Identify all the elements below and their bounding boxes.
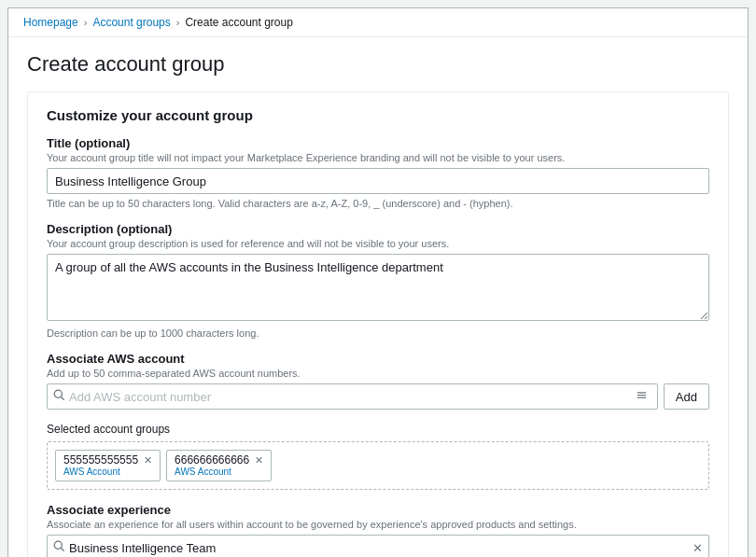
form-card: Customize your account group Title (opti… [27,91,729,557]
svg-rect-4 [637,397,646,398]
svg-line-1 [62,397,64,400]
associate-hint: Add up to 50 comma-separated AWS account… [47,368,709,379]
experience-group: Associate experience Associate an experi… [47,503,709,557]
svg-rect-3 [637,395,646,396]
account-type-2: AWS Account [175,466,263,477]
account-search-wrapper[interactable] [47,383,658,410]
associate-label: Associate AWS account [47,352,709,366]
experience-clear-button[interactable]: ✕ [693,541,703,555]
description-label: Description (optional) [47,222,709,236]
svg-rect-2 [637,392,646,393]
page-wrapper: Homepage › Account groups › Create accou… [0,0,756,557]
card-title: Customize your account group [47,107,709,123]
selected-groups-label: Selected account groups [47,423,709,436]
title-input[interactable] [47,168,709,194]
title-note: Title can be up to 50 characters long. V… [47,198,709,209]
title-group: Title (optional) Your account group titl… [47,136,709,209]
title-hint: Your account group title will not impact… [47,152,709,163]
description-group: Description (optional) Your account grou… [47,222,709,339]
svg-line-6 [62,549,64,551]
search-icon [53,389,65,404]
breadcrumb-homepage[interactable]: Homepage [23,16,78,29]
account-tag-2-top: 666666666666 ✕ [175,453,263,466]
account-search-input[interactable] [69,384,632,409]
account-number-1: 555555555555 [63,453,138,466]
account-tag-1-close[interactable]: ✕ [144,455,152,466]
selected-groups-box: 555555555555 ✕ AWS Account 666666666666 … [47,441,709,490]
experience-search-icon [53,540,65,555]
add-account-button[interactable]: Add [664,383,709,410]
page-title: Create account group [27,52,729,77]
title-label: Title (optional) [47,136,709,150]
breadcrumb-current: Create account group [185,16,292,29]
account-tag-2-close[interactable]: ✕ [255,455,263,466]
associate-account-group: Associate AWS account Add up to 50 comma… [47,352,709,410]
page-content: Create account group Customize your acco… [8,37,748,557]
account-tag-1: 555555555555 ✕ AWS Account [55,450,161,481]
outer-border: Homepage › Account groups › Create accou… [7,7,749,557]
account-tag-1-top: 555555555555 ✕ [63,453,152,466]
account-input-settings-icon[interactable] [632,387,651,406]
breadcrumb-account-groups[interactable]: Account groups [92,16,170,29]
selected-groups-section: Selected account groups 555555555555 ✕ A… [47,423,709,490]
description-hint: Your account group description is used f… [47,238,709,249]
description-note: Description can be up to 1000 characters… [47,327,709,339]
breadcrumb-sep-1: › [84,17,88,28]
experience-hint: Associate an experience for all users wi… [47,519,709,530]
experience-label: Associate experience [47,503,709,517]
experience-input-wrapper[interactable]: ✕ [47,535,709,557]
account-type-1: AWS Account [63,466,152,477]
breadcrumb: Homepage › Account groups › Create accou… [8,8,748,37]
account-input-row: Add [47,383,709,410]
description-textarea[interactable]: A group of all the AWS accounts in the B… [47,254,709,321]
experience-input[interactable] [69,536,693,557]
breadcrumb-sep-2: › [176,17,180,28]
account-number-2: 666666666666 [175,453,249,466]
account-tag-2: 666666666666 ✕ AWS Account [166,450,272,481]
